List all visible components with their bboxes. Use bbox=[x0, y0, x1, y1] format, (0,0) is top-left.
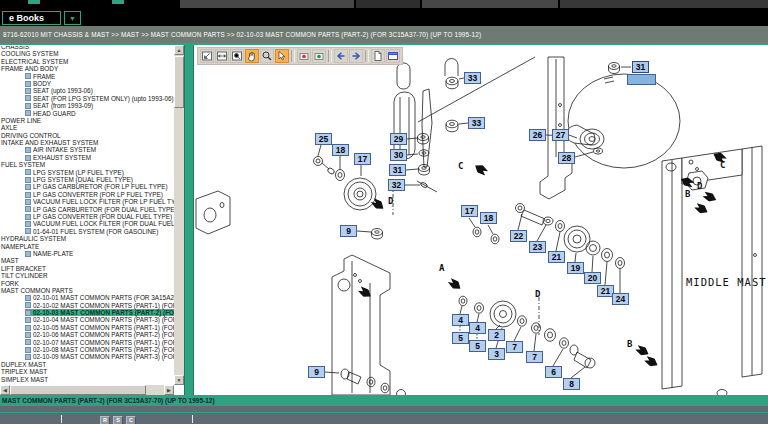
part-callout-25[interactable]: 25 bbox=[315, 133, 332, 145]
tree-item[interactable]: DRIVING CONTROL bbox=[1, 132, 174, 139]
part-callout-32[interactable]: 32 bbox=[388, 179, 405, 191]
part-callout-3[interactable]: 3 bbox=[488, 348, 505, 360]
diagram-canvas[interactable]: MIDDLE MAST ABBCCDDD 3133332930313225181… bbox=[194, 45, 768, 395]
part-callout-6[interactable]: 6 bbox=[545, 366, 562, 378]
scroll-down-button[interactable]: ▼ bbox=[174, 375, 184, 385]
tree-item[interactable]: FORK bbox=[1, 280, 174, 287]
part-callout-21[interactable]: 21 bbox=[548, 251, 565, 263]
tree-item[interactable]: 02-10-01 MAST COMMON PARTS (FOR 3A15A20-… bbox=[25, 294, 174, 301]
tree-item[interactable]: COOLING SYSTEM bbox=[1, 50, 174, 57]
tree-item[interactable]: FRAME bbox=[25, 73, 174, 80]
taskbar-button-s[interactable]: S bbox=[113, 416, 123, 424]
tree-item[interactable]: SEAT (from 1993-09) bbox=[25, 102, 174, 109]
zoom-tool-button[interactable] bbox=[260, 49, 274, 63]
part-callout-30[interactable]: 30 bbox=[390, 149, 407, 161]
tree-vertical-scrollbar[interactable]: ▲ ▼ bbox=[174, 45, 184, 385]
tree-item[interactable]: AIR INTAKE SYSTEM bbox=[25, 146, 174, 153]
tree-item[interactable]: 02-10-07 MAST COMMON PARTS (PART-1) (FOR… bbox=[25, 339, 174, 346]
part-callout-20[interactable]: 20 bbox=[584, 272, 601, 284]
tree-item[interactable]: 02-10-06 MAST COMMON PARTS (PART-2) (FOR… bbox=[25, 331, 174, 338]
prev-figure-button[interactable] bbox=[297, 49, 311, 63]
fit-width-button[interactable] bbox=[215, 49, 229, 63]
part-callout-17[interactable]: 17 bbox=[461, 205, 478, 217]
part-callout-28[interactable]: 28 bbox=[558, 152, 575, 164]
part-callout-23[interactable]: 23 bbox=[529, 241, 546, 253]
part-callout-17[interactable]: 17 bbox=[354, 153, 371, 165]
tree-item[interactable]: SEAT (upto 1993-06) bbox=[25, 87, 174, 94]
tree-item[interactable]: AXLE bbox=[1, 124, 174, 131]
tree-horizontal-scrollbar[interactable]: ◀ ▶ bbox=[0, 385, 174, 395]
scroll-left-button[interactable]: ◀ bbox=[0, 385, 10, 395]
fit-image-button[interactable] bbox=[200, 49, 214, 63]
part-callout-27[interactable]: 27 bbox=[552, 129, 569, 141]
tree-item[interactable]: TRIPLEX MAST bbox=[1, 368, 174, 375]
tree-item[interactable]: INTAKE AND EXHAUST SYSTEM bbox=[1, 139, 174, 146]
panel-divider[interactable] bbox=[184, 45, 194, 395]
nav-forward-button[interactable] bbox=[349, 49, 363, 63]
part-callout-31[interactable]: 31 bbox=[632, 61, 649, 73]
tree-item[interactable]: DUPLEX MAST bbox=[1, 361, 174, 368]
tree-item[interactable]: LIFT BRACKET bbox=[1, 265, 174, 272]
open-window-button[interactable] bbox=[386, 49, 400, 63]
tree-item[interactable]: LPG SYSTEM (LP FUEL TYPE) bbox=[25, 169, 174, 176]
part-callout-22[interactable]: 22 bbox=[510, 230, 527, 242]
tree-item[interactable]: TILT CYLINDER bbox=[1, 272, 174, 279]
part-callout-19[interactable]: 19 bbox=[567, 262, 584, 274]
vertical-scroll-thumb[interactable] bbox=[174, 56, 184, 108]
scroll-up-button[interactable]: ▲ bbox=[174, 45, 184, 55]
part-callout-4[interactable]: 4 bbox=[452, 314, 469, 326]
tree-item[interactable]: MAST bbox=[1, 257, 174, 264]
tree-item[interactable]: BODY bbox=[25, 80, 174, 87]
tree-item[interactable]: LP GAS CARBURETOR (FOR DUAL FUEL TYPE) bbox=[25, 206, 174, 213]
tree-item[interactable]: LPG SYSTEM (DUAL FUEL TYPE) bbox=[25, 176, 174, 183]
part-callout-31[interactable]: 31 bbox=[389, 164, 406, 176]
tree-item[interactable]: SIMPLEX MAST bbox=[1, 376, 174, 383]
tree-item[interactable]: VACUUM FUEL LOCK FILTER (FOR LP FUEL TYP… bbox=[25, 198, 174, 205]
tree-item[interactable]: POWER LINE bbox=[1, 117, 174, 124]
select-part-tool-button[interactable] bbox=[275, 49, 289, 63]
tree-item-selected[interactable]: 02-10-03 MAST COMMON PARTS (PART-2) (FOR… bbox=[25, 309, 174, 316]
copy-page-button[interactable] bbox=[371, 49, 385, 63]
tree-item[interactable]: 02-10-04 MAST COMMON PARTS (PART-3) (FOR… bbox=[25, 316, 174, 323]
tree-item[interactable]: FRAME AND BODY bbox=[1, 65, 174, 72]
tree-item[interactable]: NAME-PLATE bbox=[25, 250, 174, 257]
part-callout-7[interactable]: 7 bbox=[506, 341, 523, 353]
part-callout-18[interactable]: 18 bbox=[480, 212, 497, 224]
horizontal-scroll-thumb[interactable] bbox=[10, 385, 146, 395]
part-callout-2[interactable]: 2 bbox=[488, 329, 505, 341]
nav-back-button[interactable] bbox=[334, 49, 348, 63]
tree-item[interactable]: 02-10-08 MAST COMMON PARTS (PART-2) (FOR… bbox=[25, 346, 174, 353]
app-menu-dropdown[interactable]: ▼ bbox=[64, 11, 81, 25]
pan-tool-button[interactable] bbox=[245, 49, 259, 63]
taskbar-button-c[interactable]: C bbox=[126, 416, 136, 424]
tree-item[interactable]: EXHAUST SYSTEM bbox=[25, 154, 174, 161]
part-callout-18[interactable]: 18 bbox=[332, 144, 349, 156]
part-callout-4[interactable]: 4 bbox=[469, 322, 486, 334]
part-callout-26[interactable]: 26 bbox=[529, 129, 546, 141]
tree-item[interactable]: MAST COMMON PARTS bbox=[1, 287, 174, 294]
part-callout-33[interactable]: 33 bbox=[468, 117, 485, 129]
tree-item[interactable]: ELECTRICAL SYSTEM bbox=[1, 58, 174, 65]
part-callout-33[interactable]: 33 bbox=[464, 72, 481, 84]
part-callout-7[interactable]: 7 bbox=[526, 351, 543, 363]
part-callout-5[interactable]: 5 bbox=[469, 340, 486, 352]
part-callout-9[interactable]: 9 bbox=[308, 366, 325, 378]
tree-item[interactable]: 02-10-09 MAST COMMON PARTS (PART-3) (FOR… bbox=[25, 353, 174, 360]
part-callout-9[interactable]: 9 bbox=[340, 225, 357, 237]
taskbar-button-r[interactable]: R bbox=[100, 416, 110, 424]
part-callout-29[interactable]: 29 bbox=[390, 133, 407, 145]
part-callout-24[interactable]: 24 bbox=[612, 293, 629, 305]
part-callout-8[interactable]: 8 bbox=[563, 378, 580, 390]
tree-item[interactable]: 01-64-01 FUEL SYSTEM (FOR GASOLINE) bbox=[25, 228, 174, 235]
tree-item[interactable]: 02-10-02 MAST COMMON PARTS (PART-1) (FOR… bbox=[25, 302, 174, 309]
zoom-reset-button[interactable] bbox=[230, 49, 244, 63]
tree-item[interactable]: LP GAS CONVERTER (FOR DUAL FUEL TYPE) bbox=[25, 213, 174, 220]
next-figure-button[interactable] bbox=[312, 49, 326, 63]
part-callout-5[interactable]: 5 bbox=[452, 332, 469, 344]
tree-item[interactable]: LP GAS CARBURETOR (FOR LP FUEL TYPE) bbox=[25, 183, 174, 190]
tree-item[interactable]: HEAD GUARD bbox=[25, 110, 174, 117]
tree-item[interactable]: LP GAS CONVERTER (FOR LP FUEL TYPE) bbox=[25, 191, 174, 198]
tree-item[interactable]: VACUUM FUEL LOCK FILTER (FOR DUAL FUEL T… bbox=[25, 220, 174, 227]
tree-item[interactable]: 02-10-05 MAST COMMON PARTS (PART-1) (FOR… bbox=[25, 324, 174, 331]
tree-item[interactable]: NAMEPLATE bbox=[1, 243, 174, 250]
